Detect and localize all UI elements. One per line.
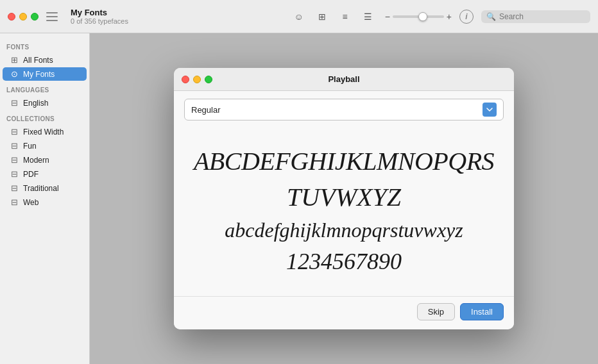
window-subtitle: 0 of 356 typefaces [71,17,290,25]
list-view-button[interactable]: ≡ [336,10,354,24]
sidebar: Fonts ⊞ All Fonts ⊙ My Fonts Languages ⊟… [0,33,90,364]
sidebar-item-all-fonts[interactable]: ⊞ All Fonts [3,53,87,67]
all-fonts-icon: ⊞ [9,55,19,65]
modal-window: Playball Regular [174,68,514,329]
size-slider[interactable]: − + [385,12,452,22]
sidebar-item-traditional[interactable]: ⊟ Traditional [3,181,87,195]
grid-view-button[interactable]: ⊞ [313,10,331,24]
search-input[interactable] [499,12,585,21]
modal-title: Playball [328,74,359,84]
skip-button[interactable]: Skip [417,303,455,320]
sidebar-section-collections: Collections [0,110,89,124]
font-preview-display: ABCDEFGHIJKLMNOPQRS TUVWXYZ abcdefghijkl… [184,133,504,288]
modal-close-button[interactable] [182,76,189,83]
bullet-view-button[interactable]: ☰ [359,10,377,24]
sidebar-item-label: Modern [23,156,49,165]
slider-thumb[interactable] [418,12,427,21]
modal-overlay: Playball Regular [90,33,598,364]
modal-title-bar: Playball [174,68,514,91]
modal-traffic-lights [182,76,212,83]
slider-increase-icon[interactable]: + [447,12,452,22]
sidebar-item-modern[interactable]: ⊟ Modern [3,153,87,167]
sidebar-item-pdf[interactable]: ⊟ PDF [3,167,87,181]
my-fonts-icon: ⊙ [9,69,19,79]
window-traffic-lights [8,13,38,21]
sidebar-item-label: English [23,99,48,108]
sidebar-item-label: Fixed Width [23,128,64,136]
modal-minimize-button[interactable] [193,76,201,83]
sidebar-item-label: Traditional [23,184,59,193]
close-button[interactable] [8,13,15,21]
font-preview-area: Playball Regular [90,33,598,364]
modern-icon: ⊟ [9,155,19,165]
slider-decrease-icon[interactable]: − [385,12,390,22]
font-style-arrow-icon [483,103,497,117]
preview-uppercase-line: ABCDEFGHIJKLMNOPQRS [194,146,494,177]
main-content: Fonts ⊞ All Fonts ⊙ My Fonts Languages ⊟… [0,33,598,364]
sidebar-item-label: Web [23,198,38,207]
toolbar-view-buttons: ☺ ⊞ ≡ ☰ [290,10,377,24]
sidebar-section-languages: Languages [0,81,89,95]
modal-maximize-button[interactable] [205,76,212,83]
preview-uppercase-line2: TUVWXYZ [287,182,401,213]
emoji-view-button[interactable]: ☺ [290,10,308,24]
sidebar-item-fixed-width[interactable]: ⊟ Fixed Width [3,125,87,138]
sidebar-item-english[interactable]: ⊟ English [3,96,87,110]
maximize-button[interactable] [31,13,38,21]
fixed-width-icon: ⊟ [9,127,19,136]
font-style-label: Regular [191,105,221,115]
title-bar: My Fonts 0 of 356 typefaces ☺ ⊞ ≡ ☰ − + … [0,0,598,33]
search-box[interactable]: 🔍 [481,10,590,23]
minimize-button[interactable] [19,13,27,21]
english-icon: ⊟ [9,98,19,108]
traditional-icon: ⊟ [9,183,19,193]
install-button[interactable]: Install [460,303,504,320]
slider-track[interactable] [393,15,444,18]
sidebar-item-web[interactable]: ⊟ Web [3,195,87,209]
pdf-icon: ⊟ [9,169,19,179]
font-style-selector[interactable]: Regular [184,99,504,120]
sidebar-item-label: My Fonts [23,70,55,79]
modal-body: Regular ABCDEFGHIJKLMNOPQRS [174,91,514,296]
window-title-area: My Fonts 0 of 356 typefaces [71,8,290,25]
info-button[interactable]: i [459,10,474,24]
sidebar-item-label: All Fonts [23,56,53,65]
web-icon: ⊟ [9,197,19,207]
sidebar-item-my-fonts[interactable]: ⊙ My Fonts [3,67,87,81]
sidebar-section-fonts: Fonts [0,38,89,53]
fun-icon: ⊟ [9,141,19,151]
sidebar-toggle-button[interactable] [46,12,58,21]
search-icon: 🔍 [486,12,496,21]
preview-lowercase-line: abcdefghijklmnopqrstuvwxyz [225,218,463,242]
window-title: My Fonts [71,8,290,17]
sidebar-item-label: Fun [23,142,37,151]
sidebar-item-fun[interactable]: ⊟ Fun [3,139,87,153]
preview-numbers-line: 1234567890 [286,248,402,276]
sidebar-item-label: PDF [23,170,38,179]
modal-footer: Skip Install [174,296,514,329]
